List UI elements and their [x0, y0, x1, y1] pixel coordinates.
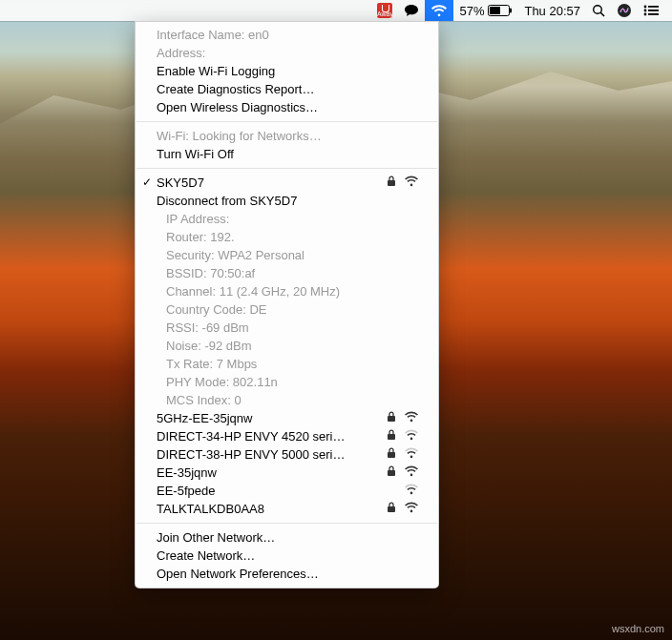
- network-name: EE-35jqnw: [157, 465, 379, 480]
- create-diagnostics-report[interactable]: Create Diagnostics Report…: [136, 80, 438, 98]
- wifi-signal-icon: [404, 175, 419, 190]
- svg-point-6: [644, 6, 647, 9]
- detail-txrate: Tx Rate: 7 Mbps: [136, 355, 438, 373]
- detail-ip: IP Address:: [136, 210, 438, 228]
- svg-point-8: [644, 10, 647, 12]
- network-name: EE-5fpede: [157, 484, 396, 498]
- detail-channel: Channel: 11 (2.4 GHz, 20 MHz): [136, 282, 438, 300]
- menubar: Away 57% Thu 20:57: [0, 0, 672, 21]
- lock-icon: [387, 502, 396, 516]
- checkmark-icon: ✓: [142, 175, 152, 189]
- network-row[interactable]: 5GHz-EE-35jqnw: [136, 409, 438, 427]
- wifi-signal-icon: [404, 484, 419, 498]
- svg-rect-9: [648, 10, 659, 11]
- address-row: Address:: [136, 44, 438, 62]
- clock-label[interactable]: Thu 20:57: [518, 0, 586, 21]
- network-row[interactable]: TALKTALKDB0AA8: [136, 500, 438, 518]
- wifi-signal-icon: [404, 429, 419, 444]
- detail-phy: PHY Mode: 802.11n: [136, 373, 438, 391]
- enable-wifi-logging[interactable]: Enable Wi-Fi Logging: [136, 62, 438, 80]
- detail-noise: Noise: -92 dBm: [136, 337, 438, 355]
- network-name: TALKTALKDB0AA8: [157, 502, 379, 516]
- detail-mcs: MCS Index: 0: [136, 391, 438, 409]
- wifi-signal-icon: [404, 447, 419, 462]
- network-row[interactable]: DIRECT-34-HP ENVY 4520 seri…: [136, 427, 438, 445]
- wifi-signal-icon: [404, 411, 419, 425]
- wifi-signal-icon: [404, 502, 419, 516]
- svg-rect-1: [490, 7, 500, 14]
- create-network[interactable]: Create Network…: [136, 547, 438, 565]
- desktop-background: Away 57% Thu 20:57 Interface Name: en0 A…: [0, 0, 672, 640]
- turn-wifi-off[interactable]: Turn Wi-Fi Off: [136, 145, 438, 163]
- svg-rect-15: [388, 452, 395, 458]
- svg-point-10: [644, 13, 647, 16]
- network-row[interactable]: EE-35jqnw: [136, 464, 438, 482]
- siri-icon[interactable]: [611, 0, 638, 21]
- away-status-icon[interactable]: Away: [371, 0, 398, 21]
- network-name: DIRECT-38-HP ENVY 5000 seri…: [157, 447, 379, 462]
- detail-rssi: RSSI: -69 dBm: [136, 319, 438, 337]
- network-row[interactable]: DIRECT-38-HP ENVY 5000 seri…: [136, 445, 438, 464]
- network-name: 5GHz-EE-35jqnw: [157, 411, 379, 425]
- wifi-menu-icon[interactable]: [425, 0, 453, 21]
- svg-rect-14: [388, 434, 395, 440]
- wifi-signal-icon: [404, 465, 419, 480]
- lock-icon: [387, 175, 396, 190]
- interface-name-row: Interface Name: en0: [136, 26, 438, 44]
- network-row[interactable]: EE-5fpede: [136, 482, 438, 500]
- network-name: SKY5D7: [157, 175, 379, 190]
- svg-line-4: [600, 12, 604, 16]
- svg-point-3: [594, 6, 602, 14]
- notification-center-icon[interactable]: [638, 0, 664, 21]
- lock-icon: [387, 429, 396, 444]
- svg-rect-13: [388, 416, 395, 422]
- available-networks: 5GHz-EE-35jqnwDIRECT-34-HP ENVY 4520 ser…: [136, 409, 438, 518]
- svg-rect-2: [510, 9, 512, 13]
- svg-rect-11: [648, 13, 659, 15]
- watermark: wsxdn.com: [612, 623, 664, 634]
- lock-icon: [387, 447, 396, 462]
- svg-rect-16: [388, 470, 395, 476]
- wifi-dropdown: Interface Name: en0 Address: Enable Wi-F…: [135, 21, 439, 588]
- connected-network-row[interactable]: ✓ SKY5D7: [136, 174, 438, 192]
- lock-icon: [387, 465, 396, 480]
- separator: [136, 523, 437, 524]
- battery-icon: [488, 5, 513, 16]
- svg-rect-12: [388, 180, 395, 186]
- open-network-preferences[interactable]: Open Network Preferences…: [136, 565, 438, 583]
- svg-rect-7: [648, 6, 659, 8]
- separator: [136, 168, 437, 169]
- disconnect-network[interactable]: Disconnect from SKY5D7: [136, 192, 438, 210]
- wifi-status-row: Wi-Fi: Looking for Networks…: [136, 127, 438, 145]
- detail-router: Router: 192.: [136, 228, 438, 246]
- detail-country: Country Code: DE: [136, 300, 438, 319]
- detail-security: Security: WPA2 Personal: [136, 246, 438, 264]
- battery-percent-label: 57%: [459, 4, 484, 18]
- detail-bssid: BSSID: 70:50:af: [136, 264, 438, 282]
- open-wireless-diagnostics[interactable]: Open Wireless Diagnostics…: [136, 98, 438, 116]
- spotlight-icon[interactable]: [586, 0, 611, 21]
- separator: [136, 121, 437, 122]
- join-other-network[interactable]: Join Other Network…: [136, 528, 438, 547]
- lock-icon: [387, 411, 396, 425]
- svg-rect-17: [388, 506, 395, 512]
- chat-bubble-icon[interactable]: [398, 0, 425, 21]
- network-name: DIRECT-34-HP ENVY 4520 seri…: [157, 429, 379, 444]
- battery-status[interactable]: 57%: [453, 0, 518, 21]
